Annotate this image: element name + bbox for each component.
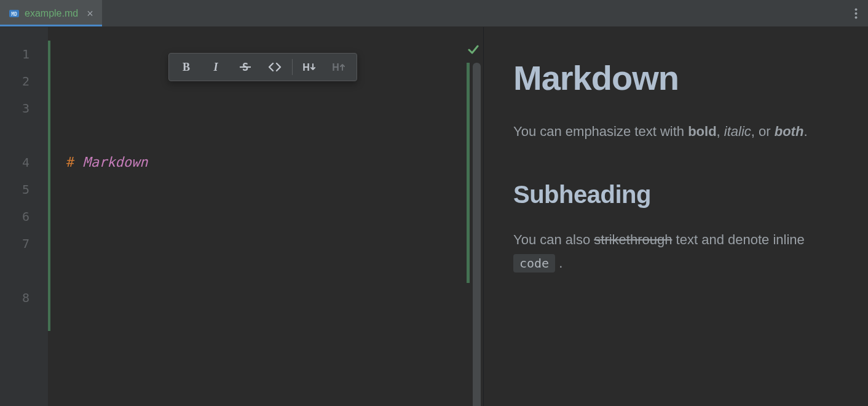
code-area[interactable]: # Markdown You can emphasize text with *… bbox=[48, 27, 483, 406]
svg-text:H: H bbox=[302, 62, 310, 73]
line-number: 8 bbox=[0, 284, 48, 311]
bold-button[interactable]: B bbox=[172, 55, 201, 79]
svg-point-4 bbox=[854, 16, 857, 18]
svg-point-3 bbox=[854, 12, 857, 15]
vertical-scrollbar[interactable] bbox=[473, 63, 481, 406]
line-number: 5 bbox=[0, 176, 48, 203]
editor-pane: 1 2 3 4 5 6 7 8 # Markdown You can empha… bbox=[0, 27, 483, 406]
strike-text: strikethrough bbox=[594, 232, 672, 247]
code-line[interactable]: # Markdown bbox=[66, 149, 483, 176]
tab-filename: example.md bbox=[25, 8, 78, 19]
line-number: 3 bbox=[0, 95, 48, 149]
markdown-file-icon: MD bbox=[9, 8, 20, 19]
strikethrough-button[interactable]: S bbox=[231, 55, 260, 79]
text: . bbox=[803, 124, 807, 139]
text: You can emphasize text with bbox=[513, 124, 688, 139]
svg-text:I: I bbox=[213, 61, 218, 73]
bold-italic-text: both bbox=[775, 124, 804, 139]
text: . bbox=[555, 255, 562, 271]
preview-paragraph: You can emphasize text with bold, italic… bbox=[513, 120, 838, 144]
svg-point-2 bbox=[854, 8, 857, 10]
text: text and denote inline bbox=[672, 232, 804, 247]
text: , bbox=[717, 124, 724, 139]
line-number: 1 bbox=[0, 41, 48, 68]
italic-button[interactable]: I bbox=[201, 55, 231, 79]
header-up-button: H bbox=[325, 55, 354, 79]
header-down-button[interactable]: H bbox=[295, 55, 325, 79]
code-button[interactable] bbox=[260, 55, 290, 79]
text: You can also bbox=[513, 232, 594, 247]
italic-text: italic bbox=[724, 124, 751, 139]
code-line[interactable] bbox=[66, 284, 483, 311]
line-number: 7 bbox=[0, 230, 48, 284]
line-number: 2 bbox=[0, 68, 48, 95]
editor-right-strip bbox=[465, 27, 483, 406]
bold-text: bold bbox=[688, 124, 716, 139]
svg-text:B: B bbox=[183, 61, 190, 73]
svg-text:H: H bbox=[332, 62, 339, 73]
heading-marker: # bbox=[66, 154, 74, 170]
inspection-ok-icon[interactable] bbox=[467, 43, 479, 58]
tab-bar: MD example.md × bbox=[0, 0, 868, 27]
line-number: 4 bbox=[0, 149, 48, 176]
text: , or bbox=[751, 124, 775, 139]
line-number: 6 bbox=[0, 203, 48, 230]
inline-code: code bbox=[513, 254, 555, 273]
heading-text: Markdown bbox=[83, 154, 148, 170]
error-stripe bbox=[467, 63, 470, 283]
preview-pane: Markdown You can emphasize text with bol… bbox=[483, 27, 868, 406]
close-tab-icon[interactable]: × bbox=[87, 8, 93, 19]
toolbar-separator bbox=[292, 59, 293, 75]
svg-text:MD: MD bbox=[11, 12, 17, 17]
text bbox=[74, 154, 82, 170]
gutter: 1 2 3 4 5 6 7 8 bbox=[0, 27, 48, 406]
preview-paragraph: You can also strikethrough text and deno… bbox=[513, 228, 838, 276]
tab-overflow-button[interactable] bbox=[843, 0, 868, 26]
preview-h1: Markdown bbox=[513, 58, 838, 98]
tab-example-md[interactable]: MD example.md × bbox=[0, 0, 102, 26]
format-toolbar: B I S H H bbox=[168, 53, 357, 81]
preview-h2: Subheading bbox=[513, 181, 838, 209]
